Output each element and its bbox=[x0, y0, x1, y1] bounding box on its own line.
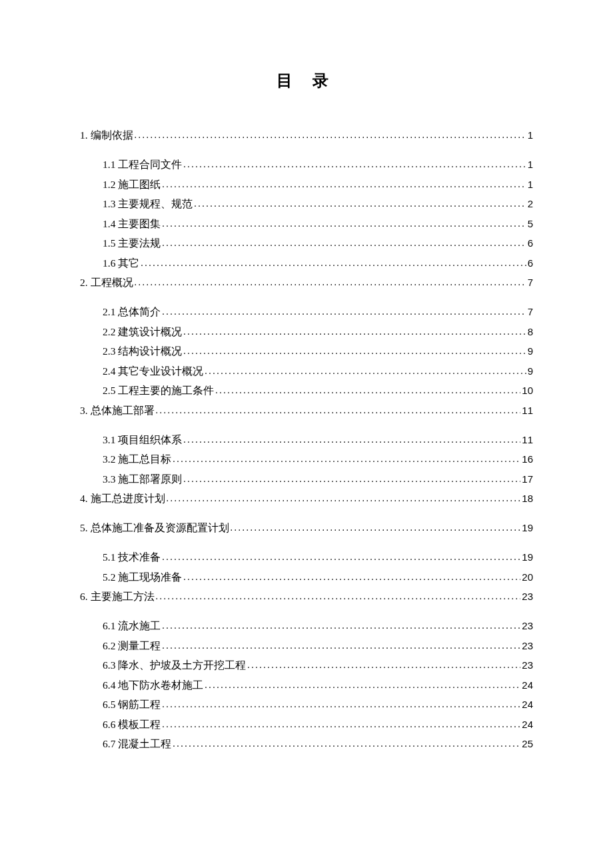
toc-leader-dots bbox=[162, 720, 520, 729]
toc-label: 2.4 其它专业设计概况 bbox=[103, 366, 203, 377]
toc-section: 1. 编制依据 11.1 工程合同文件11.2 施工图纸11.3 主要规程、规范… bbox=[80, 130, 533, 269]
toc-leader-dots bbox=[156, 592, 521, 601]
toc-entry-level2[interactable]: 3.3 施工部署原则17 bbox=[103, 474, 533, 485]
toc-entry-level2[interactable]: 2.4 其它专业设计概况9 bbox=[103, 366, 533, 377]
toc-leader-dots bbox=[162, 553, 520, 562]
toc-label: 6. 主要施工方法 bbox=[80, 591, 155, 602]
toc-leader-dots bbox=[173, 739, 520, 749]
toc-leader-dots bbox=[162, 180, 526, 189]
toc-label: 2.1 总体简介 bbox=[103, 307, 161, 317]
toc-label: 1.6 其它 bbox=[103, 258, 139, 269]
toc-entry-level2[interactable]: 6.7 混凝土工程25 bbox=[103, 739, 533, 749]
toc-page-number: 5 bbox=[528, 219, 533, 229]
toc-entry-level1[interactable]: 4. 施工总进度计划 18 bbox=[80, 493, 533, 504]
toc-label: 6.6 模板工程 bbox=[103, 719, 161, 730]
toc-page-number: 23 bbox=[522, 621, 533, 631]
toc-label: 1.5 主要法规 bbox=[103, 238, 161, 249]
toc-page-number: 23 bbox=[522, 641, 533, 651]
toc-entry-level2[interactable]: 2.3 结构设计概况9 bbox=[103, 346, 533, 357]
toc-entry-level2[interactable]: 2.2 建筑设计概况8 bbox=[103, 327, 533, 337]
toc-page-number: 2 bbox=[528, 199, 533, 209]
toc-label: 6.1 流水施工 bbox=[103, 621, 161, 631]
toc-leader-dots bbox=[162, 641, 520, 651]
toc-label: 5.1 技术准备 bbox=[103, 552, 161, 563]
toc-leader-dots bbox=[156, 406, 521, 415]
toc-leader-dots bbox=[183, 435, 520, 445]
toc-page-number: 24 bbox=[522, 719, 533, 729]
toc-page-number: 7 bbox=[528, 277, 533, 287]
toc-label: 6.7 混凝土工程 bbox=[103, 739, 171, 749]
toc-page-number: 1 bbox=[528, 159, 533, 169]
toc-page-number: 1 bbox=[528, 130, 533, 140]
toc-entry-level1[interactable]: 1. 编制依据 1 bbox=[80, 130, 533, 141]
toc-entry-level2[interactable]: 1.2 施工图纸1 bbox=[103, 179, 533, 190]
toc-label: 2.3 结构设计概况 bbox=[103, 346, 182, 357]
toc-page-number: 7 bbox=[528, 307, 533, 317]
toc-leader-dots bbox=[215, 386, 520, 395]
table-of-contents: 1. 编制依据 11.1 工程合同文件11.2 施工图纸11.3 主要规程、规范… bbox=[80, 130, 533, 749]
toc-label: 5. 总体施工准备及资源配置计划 bbox=[80, 523, 229, 533]
toc-page-number: 20 bbox=[522, 572, 533, 582]
toc-entry-level2[interactable]: 6.1 流水施工23 bbox=[103, 621, 533, 631]
toc-leader-dots bbox=[183, 475, 520, 484]
toc-entry-level1[interactable]: 3. 总体施工部署 11 bbox=[80, 405, 533, 416]
toc-entry-level2[interactable]: 5.2 施工现场准备20 bbox=[103, 572, 533, 583]
toc-entry-level2[interactable]: 2.5 工程主要的施工条件10 bbox=[103, 385, 533, 396]
toc-label: 5.2 施工现场准备 bbox=[103, 572, 182, 583]
toc-page-number: 24 bbox=[522, 699, 533, 709]
toc-section: 2. 工程概况 72.1 总体简介72.2 建筑设计概况82.3 结构设计概况9… bbox=[80, 277, 533, 396]
toc-label: 2.5 工程主要的施工条件 bbox=[103, 385, 214, 396]
toc-entry-level2[interactable]: 6.2 测量工程23 bbox=[103, 641, 533, 651]
toc-entry-level2[interactable]: 6.6 模板工程24 bbox=[103, 719, 533, 730]
toc-page-number: 1 bbox=[528, 179, 533, 189]
toc-entry-level2[interactable]: 3.2 施工总目标16 bbox=[103, 454, 533, 465]
toc-entry-level2[interactable]: 1.1 工程合同文件1 bbox=[103, 159, 533, 170]
toc-entry-level2[interactable]: 1.3 主要规程、规范2 bbox=[103, 199, 533, 209]
toc-entry-level2[interactable]: 1.6 其它6 bbox=[103, 258, 533, 269]
toc-label: 6.3 降水、护坡及土方开挖工程 bbox=[103, 660, 246, 671]
toc-entry-level2[interactable]: 6.4 地下防水卷材施工24 bbox=[103, 680, 533, 691]
toc-page-number: 16 bbox=[522, 454, 533, 464]
toc-leader-dots bbox=[167, 494, 521, 503]
toc-page-number: 9 bbox=[528, 346, 533, 356]
toc-section: 3. 总体施工部署 113.1 项目组织体系113.2 施工总目标163.3 施… bbox=[80, 405, 533, 485]
toc-label: 3.2 施工总目标 bbox=[103, 454, 171, 465]
toc-page-number: 24 bbox=[522, 680, 533, 690]
toc-label: 3.3 施工部署原则 bbox=[103, 474, 182, 485]
toc-entry-level1[interactable]: 5. 总体施工准备及资源配置计划 19 bbox=[80, 523, 533, 533]
toc-label: 1. 编制依据 bbox=[80, 130, 133, 141]
toc-leader-dots bbox=[205, 681, 520, 690]
toc-page-number: 8 bbox=[528, 327, 533, 337]
toc-section: 4. 施工总进度计划 18 bbox=[80, 493, 533, 504]
toc-entry-level2[interactable]: 2.1 总体简介7 bbox=[103, 307, 533, 317]
toc-entry-level2[interactable]: 6.3 降水、护坡及土方开挖工程23 bbox=[103, 660, 533, 671]
toc-leader-dots bbox=[183, 327, 526, 337]
toc-entry-level2[interactable]: 6.5 钢筋工程24 bbox=[103, 699, 533, 710]
toc-page-number: 6 bbox=[528, 258, 533, 268]
toc-entry-level2[interactable]: 3.1 项目组织体系11 bbox=[103, 435, 533, 445]
toc-leader-dots bbox=[162, 219, 526, 229]
toc-page-number: 19 bbox=[522, 523, 533, 533]
toc-page-number: 11 bbox=[522, 405, 533, 415]
toc-leader-dots bbox=[247, 661, 520, 670]
toc-page-number: 9 bbox=[528, 366, 533, 376]
toc-label: 1.2 施工图纸 bbox=[103, 179, 161, 190]
toc-entry-level1[interactable]: 6. 主要施工方法 23 bbox=[80, 591, 533, 602]
toc-leader-dots bbox=[183, 160, 526, 169]
toc-page-number: 23 bbox=[522, 660, 533, 670]
toc-page-number: 10 bbox=[522, 385, 533, 395]
toc-leader-dots bbox=[173, 455, 520, 464]
toc-page-number: 23 bbox=[522, 591, 533, 601]
toc-entry-level2[interactable]: 1.4 主要图集5 bbox=[103, 219, 533, 229]
toc-entry-level2[interactable]: 1.5 主要法规6 bbox=[103, 238, 533, 249]
toc-leader-dots bbox=[135, 131, 526, 140]
toc-leader-dots bbox=[183, 573, 520, 582]
toc-leader-dots bbox=[135, 278, 526, 287]
toc-entry-level2[interactable]: 5.1 技术准备19 bbox=[103, 552, 533, 563]
toc-leader-dots bbox=[141, 259, 526, 268]
toc-label: 3. 总体施工部署 bbox=[80, 405, 155, 416]
toc-label: 2.2 建筑设计概况 bbox=[103, 327, 182, 337]
toc-label: 1.1 工程合同文件 bbox=[103, 159, 182, 170]
toc-leader-dots bbox=[205, 367, 526, 376]
toc-entry-level1[interactable]: 2. 工程概况 7 bbox=[80, 277, 533, 288]
